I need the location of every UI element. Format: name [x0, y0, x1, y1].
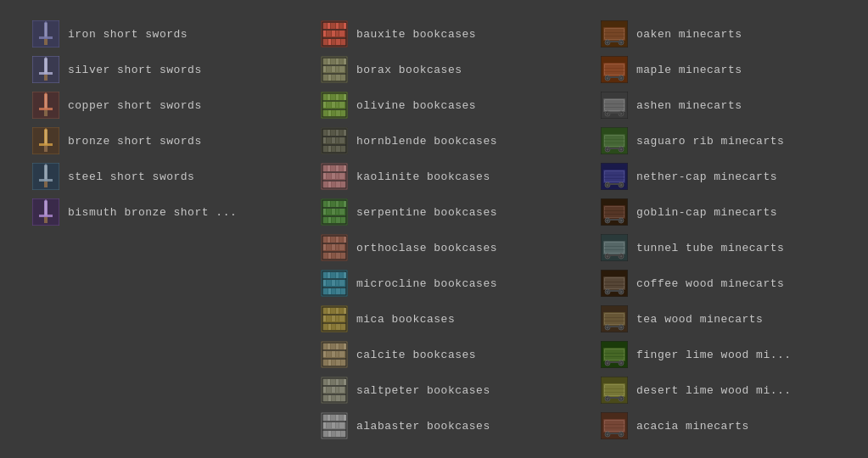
- svg-rect-103: [336, 130, 339, 136]
- alabaster-bookcases[interactable]: alabaster bookcases: [314, 409, 560, 443]
- saltpeter-bookcases[interactable]: saltpeter bookcases: [314, 373, 560, 407]
- steel-short-swords[interactable]: steel short swords: [25, 159, 280, 193]
- svg-rect-182: [331, 272, 335, 278]
- hornblende-bookcases[interactable]: hornblende bookcases: [314, 124, 560, 158]
- orthoclase-bookcases-label: orthoclase bookcases: [356, 242, 497, 254]
- ashen-minecarts[interactable]: ashen minecarts: [594, 88, 840, 122]
- svg-rect-113: [332, 146, 335, 152]
- mica-bookcases[interactable]: mica bookcases: [314, 302, 560, 336]
- svg-rect-146: [323, 209, 326, 215]
- svg-rect-84: [339, 94, 343, 100]
- olivine-bookcases-label: olivine bookcases: [356, 99, 476, 112]
- svg-rect-2: [45, 23, 47, 38]
- microcline-bookcases-label: microcline bookcases: [356, 277, 497, 290]
- svg-rect-190: [339, 280, 344, 286]
- svg-rect-271: [323, 431, 328, 437]
- tea-wood-minecarts[interactable]: tea wood minecarts: [594, 302, 840, 336]
- svg-rect-122: [331, 165, 335, 171]
- svg-rect-104: [339, 130, 343, 136]
- svg-rect-185: [344, 272, 346, 278]
- svg-rect-145: [344, 201, 346, 207]
- bismuth-bronze-short-swords[interactable]: bismuth bronze short ...: [25, 195, 280, 229]
- svg-rect-68: [332, 66, 335, 72]
- sword-list: iron short swords silver short swords co…: [25, 17, 280, 443]
- svg-rect-361: [608, 290, 621, 292]
- svg-rect-43: [336, 23, 339, 29]
- svg-rect-130: [339, 173, 344, 179]
- bauxite-bookcases[interactable]: bauxite bookcases: [314, 17, 560, 51]
- svg-rect-238: [322, 385, 346, 387]
- bookcase-list: bauxite bookcases borax bookcases: [314, 17, 560, 443]
- kaolinite-bookcases[interactable]: kaolinite bookcases: [314, 159, 560, 193]
- microcline-bookcases[interactable]: microcline bookcases: [314, 266, 560, 300]
- svg-rect-131: [323, 182, 328, 187]
- orthoclase-bookcases-icon: [321, 234, 348, 261]
- svg-rect-71: [323, 75, 328, 81]
- svg-rect-144: [339, 201, 343, 207]
- svg-rect-363: [604, 285, 624, 286]
- svg-rect-318: [604, 139, 624, 140]
- svg-rect-109: [336, 137, 339, 143]
- svg-rect-240: [323, 379, 327, 385]
- tunnel-tube-minecarts[interactable]: tunnel tube minecarts: [594, 231, 840, 265]
- maple-minecarts-label: maple minecarts: [636, 64, 742, 76]
- svg-rect-228: [332, 351, 335, 357]
- goblin-cap-minecarts[interactable]: goblin-cap minecarts: [594, 195, 840, 229]
- svg-rect-44: [339, 23, 343, 29]
- svg-rect-8: [45, 59, 47, 74]
- svg-rect-188: [332, 280, 335, 286]
- svg-rect-384: [604, 353, 624, 354]
- svg-rect-74: [336, 75, 340, 81]
- oaken-minecarts-icon: [601, 20, 628, 47]
- svg-rect-108: [332, 137, 335, 143]
- copper-short-swords[interactable]: copper short swords: [25, 88, 280, 122]
- svg-rect-106: [323, 137, 326, 143]
- orthoclase-bookcases[interactable]: orthoclase bookcases: [314, 231, 560, 265]
- svg-rect-148: [332, 209, 335, 215]
- desert-lime-wood-minecarts[interactable]: desert lime wood mi...: [594, 373, 840, 407]
- coffee-wood-minecarts-label: coffee wood minecarts: [636, 277, 784, 290]
- svg-rect-40: [323, 23, 327, 29]
- svg-rect-140: [323, 201, 327, 207]
- coffee-wood-minecarts[interactable]: coffee wood minecarts: [594, 266, 840, 300]
- serpentine-bookcases[interactable]: serpentine bookcases: [314, 195, 560, 229]
- olivine-bookcases[interactable]: olivine bookcases: [314, 88, 560, 122]
- svg-rect-154: [336, 217, 340, 223]
- svg-rect-396: [604, 392, 624, 393]
- acacia-minecarts-icon: [601, 412, 628, 439]
- svg-rect-14: [45, 94, 47, 109]
- alabaster-bookcases-icon: [321, 412, 348, 439]
- svg-rect-261: [328, 415, 330, 421]
- calcite-bookcases[interactable]: calcite bookcases: [314, 338, 560, 371]
- svg-rect-167: [327, 244, 331, 250]
- silver-short-swords[interactable]: silver short swords: [25, 53, 280, 87]
- maple-minecarts[interactable]: maple minecarts: [594, 53, 840, 87]
- svg-rect-159: [322, 251, 346, 253]
- svg-rect-64: [339, 59, 343, 64]
- svg-rect-400: [605, 421, 624, 431]
- borax-bookcases[interactable]: borax bookcases: [314, 53, 560, 87]
- svg-rect-248: [332, 387, 335, 393]
- borax-bookcases-label: borax bookcases: [356, 64, 462, 76]
- acacia-minecarts[interactable]: acacia minecarts: [594, 409, 840, 443]
- svg-rect-223: [336, 344, 339, 349]
- finger-lime-wood-minecarts[interactable]: finger lime wood mi...: [594, 338, 840, 371]
- svg-rect-254: [336, 395, 340, 401]
- svg-rect-80: [323, 94, 327, 100]
- svg-rect-312: [605, 136, 624, 146]
- iron-short-swords[interactable]: iron short swords: [25, 17, 280, 51]
- nether-cap-minecarts[interactable]: nether-cap minecarts: [594, 159, 840, 193]
- svg-rect-124: [339, 165, 343, 171]
- bronze-short-swords[interactable]: bronze short swords: [25, 124, 280, 158]
- svg-rect-202: [331, 308, 335, 314]
- svg-rect-345: [605, 243, 624, 253]
- tea-wood-minecarts-label: tea wood minecarts: [636, 313, 763, 326]
- svg-rect-212: [328, 324, 331, 330]
- oaken-minecarts[interactable]: oaken minecarts: [594, 17, 840, 51]
- borax-bookcases-icon: [321, 56, 348, 83]
- svg-rect-213: [332, 324, 335, 330]
- serpentine-bookcases-icon: [321, 198, 348, 226]
- svg-rect-58: [322, 64, 346, 66]
- saguaro-rib-minecarts[interactable]: saguaro rib minecarts: [594, 124, 840, 158]
- svg-rect-162: [331, 237, 335, 243]
